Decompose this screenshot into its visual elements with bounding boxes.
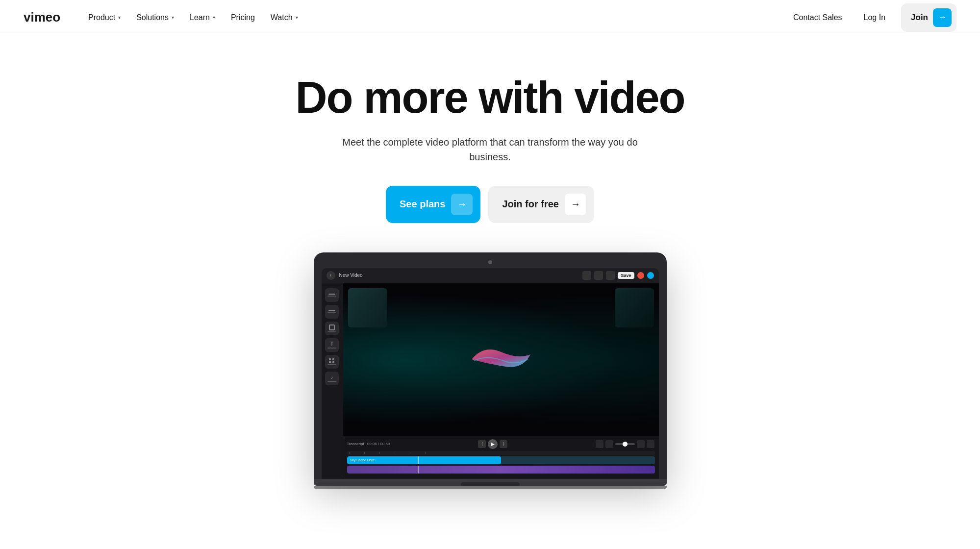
ruler-tick xyxy=(379,452,380,454)
laptop-screen: ‹ New Video Save xyxy=(322,268,659,479)
laptop-camera xyxy=(322,260,659,264)
laptop-outer: ‹ New Video Save xyxy=(314,252,667,479)
screen-title: New Video xyxy=(339,273,363,278)
nav-watch-label: Watch xyxy=(271,13,293,22)
timeline-right-btn-4[interactable] xyxy=(647,440,654,448)
ruler-tick xyxy=(425,452,426,454)
screen-topbar-left: ‹ New Video xyxy=(327,271,363,280)
contact-sales-label: Contact Sales xyxy=(793,13,842,22)
chevron-down-icon: ▾ xyxy=(118,15,121,20)
video-preview xyxy=(343,283,659,436)
topbar-icon-3 xyxy=(606,271,615,280)
nav-item-learn: Learn ▾ xyxy=(182,9,223,26)
join-button[interactable]: Join → xyxy=(901,3,956,32)
nav-item-watch: Watch ▾ xyxy=(263,9,306,26)
sidebar-tool-effects[interactable] xyxy=(325,355,339,369)
timeline-time: 00:06 / 00:50 xyxy=(367,442,390,446)
video-logo-shape xyxy=(467,342,535,376)
see-plans-label: See plans xyxy=(400,199,445,210)
circle-red-icon xyxy=(637,272,644,279)
nav-solutions-button[interactable]: Solutions ▾ xyxy=(128,9,182,26)
timeline-right xyxy=(596,440,654,448)
audio-icon: ♪ xyxy=(331,374,333,380)
nav-links: Product ▾ Solutions ▾ Learn ▾ Pricing Wa… xyxy=(80,9,787,26)
timeline-center: ⟨ ▶ ⟩ xyxy=(478,439,507,449)
t-icon: T xyxy=(330,341,333,347)
sidebar-tool-text[interactable] xyxy=(325,305,339,319)
vimeo-logo-svg: vimeo xyxy=(24,11,63,25)
laptop-bottom xyxy=(314,486,667,489)
nav-solutions-label: Solutions xyxy=(136,13,169,22)
save-button[interactable]: Save xyxy=(618,272,634,279)
screen-main: Transcript 00:06 / 00:50 ⟨ ▶ ⟩ xyxy=(343,283,659,478)
ruler-tick xyxy=(349,452,350,454)
laptop-mockup: ‹ New Video Save xyxy=(290,252,690,489)
hero-title: Do more with video xyxy=(295,75,684,121)
timeline-right-btn-1[interactable] xyxy=(596,440,603,448)
sidebar-tool-label xyxy=(327,312,336,313)
forward-button[interactable]: ⟩ xyxy=(500,440,507,448)
hero-section: Do more with video Meet the complete vid… xyxy=(0,35,980,489)
audio-track xyxy=(347,466,655,474)
screen-topbar-right: Save xyxy=(582,271,653,280)
nav-right: Contact Sales Log In Join → xyxy=(787,3,956,32)
sidebar-tool-label xyxy=(327,381,336,382)
track-ruler xyxy=(347,451,655,455)
shapes-icon xyxy=(329,324,335,330)
sidebar-tool-label xyxy=(327,348,336,349)
logo[interactable]: vimeo xyxy=(24,11,63,25)
camera-dot xyxy=(488,260,492,264)
sidebar-tool-audio[interactable]: ♪ xyxy=(325,372,339,385)
see-plans-button[interactable]: See plans → xyxy=(386,186,480,223)
join-free-arrow-icon: → xyxy=(565,194,586,215)
chevron-down-icon: ▾ xyxy=(213,15,215,20)
zoom-slider[interactable] xyxy=(615,443,635,445)
sidebar-tool-media[interactable] xyxy=(325,288,339,302)
sidebar-tool-shapes[interactable] xyxy=(325,322,339,335)
track-clip[interactable]: Sky Scene Here xyxy=(347,456,501,464)
hero-subtitle: Meet the complete video platform that ca… xyxy=(333,135,647,164)
circle-blue-icon xyxy=(647,272,654,279)
clip-label: Sky Scene Here xyxy=(350,458,375,462)
join-label: Join xyxy=(911,13,928,23)
screen-timeline: Transcript 00:06 / 00:50 ⟨ ▶ ⟩ xyxy=(343,436,659,478)
join-free-label: Join for free xyxy=(502,199,559,210)
login-button[interactable]: Log In xyxy=(856,9,893,26)
sidebar-icon xyxy=(328,310,335,311)
timeline-label: Transcript xyxy=(347,442,364,446)
timeline-right-btn-2[interactable] xyxy=(605,440,613,448)
nav-learn-button[interactable]: Learn ▾ xyxy=(182,9,223,26)
nav-item-solutions: Solutions ▾ xyxy=(128,9,182,26)
timeline-right-btn-3[interactable] xyxy=(637,440,645,448)
contact-sales-button[interactable]: Contact Sales xyxy=(787,9,848,26)
sidebar-tool-label xyxy=(327,331,336,332)
navbar: vimeo Product ▾ Solutions ▾ Learn ▾ Pric… xyxy=(0,0,980,35)
play-button[interactable]: ▶ xyxy=(488,439,498,449)
sidebar-tool-transitions[interactable]: T xyxy=(325,338,339,352)
playhead xyxy=(418,456,419,464)
laptop-base xyxy=(314,479,667,486)
rewind-button[interactable]: ⟨ xyxy=(478,440,486,448)
nav-learn-label: Learn xyxy=(190,13,210,22)
chevron-down-icon: ▾ xyxy=(172,15,174,20)
nav-product-label: Product xyxy=(88,13,115,22)
playhead xyxy=(418,466,419,474)
nav-item-pricing: Pricing xyxy=(223,9,263,26)
ruler-tick xyxy=(364,452,365,454)
login-label: Log In xyxy=(864,13,885,22)
svg-text:vimeo: vimeo xyxy=(24,11,60,25)
video-corner-tl xyxy=(348,288,387,327)
sidebar-tool-label xyxy=(327,296,336,297)
topbar-icon-2 xyxy=(594,271,603,280)
screen-content: T xyxy=(322,283,659,478)
sidebar-icon xyxy=(328,294,335,295)
track-area: Sky Scene Here xyxy=(347,451,655,474)
screen-sidebar: T xyxy=(322,283,343,478)
nav-pricing-button[interactable]: Pricing xyxy=(223,9,263,26)
screen-topbar: ‹ New Video Save xyxy=(322,268,659,283)
nav-product-button[interactable]: Product ▾ xyxy=(80,9,128,26)
join-free-button[interactable]: Join for free → xyxy=(488,186,594,223)
nav-watch-button[interactable]: Watch ▾ xyxy=(263,9,306,26)
slider-thumb xyxy=(623,442,628,447)
nav-item-product: Product ▾ xyxy=(80,9,128,26)
